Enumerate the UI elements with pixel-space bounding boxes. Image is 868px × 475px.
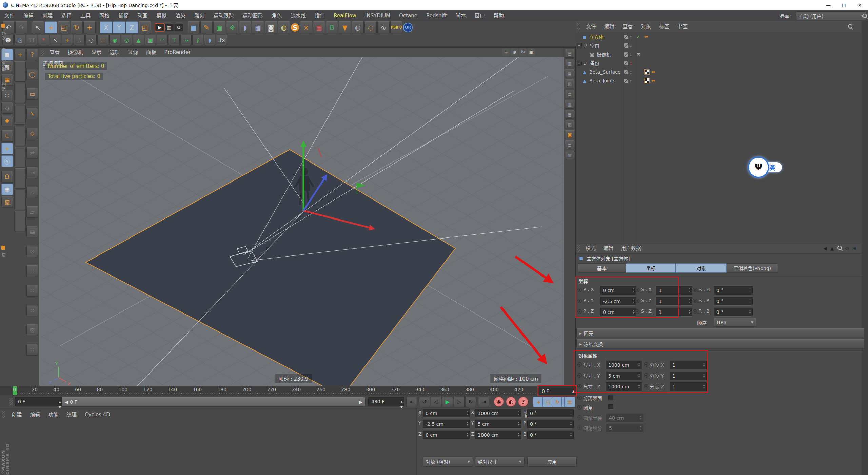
layout-icon[interactable]: ▧: [565, 79, 574, 88]
material-menu-item[interactable]: 功能: [44, 410, 62, 420]
viewport-menu-item[interactable]: 摄像机: [64, 48, 87, 57]
psr-badge[interactable]: PSR 0: [390, 21, 402, 33]
polygons-mode-icon[interactable]: ◆: [1, 115, 13, 126]
redo-icon[interactable]: ↷: [15, 21, 27, 33]
object-name[interactable]: Beta_Surface: [589, 69, 621, 75]
scrub-right-arrow[interactable]: ▶: [359, 399, 362, 405]
sphere-tool-icon[interactable]: ⊘: [26, 246, 38, 257]
menu-item[interactable]: 网格: [95, 10, 114, 21]
visibility-toggles[interactable]: :: [624, 34, 632, 39]
key-radio[interactable]: [693, 288, 697, 292]
zoom-view-icon[interactable]: ⊕: [511, 48, 518, 56]
menu-item[interactable]: 编辑: [19, 10, 38, 21]
manager-tab-icon[interactable]: [1, 246, 5, 250]
value-field[interactable]: 0 cm: [600, 308, 636, 317]
key-radio[interactable]: [578, 384, 581, 388]
grid-points-icon[interactable]: ∷: [97, 35, 108, 45]
drag-handle[interactable]: [577, 245, 580, 252]
value-field[interactable]: 0 °: [714, 308, 753, 317]
object-row[interactable]: − 空白 :: [576, 41, 861, 50]
material-menu-item[interactable]: Cycles 4D: [81, 410, 114, 420]
new-panel-icon[interactable]: ⊞: [852, 246, 856, 251]
object-row[interactable]: 摄像机 :: [576, 50, 861, 59]
viewport-menu-item[interactable]: 显示: [87, 48, 105, 57]
visibility-toggles[interactable]: :: [624, 43, 632, 48]
lock-x-icon[interactable]: X: [100, 21, 112, 33]
maximize-button[interactable]: □: [836, 0, 852, 10]
scale-icon[interactable]: ◱: [58, 21, 70, 33]
material-menu-item[interactable]: 编辑: [26, 410, 44, 420]
palette-slot[interactable]: [14, 104, 26, 125]
visibility-dots[interactable]: :: [630, 70, 632, 75]
live-selection-icon[interactable]: ↖: [32, 21, 44, 33]
menu-item[interactable]: 动画: [133, 10, 152, 21]
object-manager-menu-item[interactable]: 查看: [618, 21, 637, 32]
snap-point-icon[interactable]: +: [62, 35, 73, 45]
menu-item[interactable]: 雕刻: [190, 10, 209, 21]
last-tool-icon[interactable]: +: [83, 21, 96, 33]
material-menu-item[interactable]: 纹理: [62, 410, 81, 420]
scale-b-icon[interactable]: ▱: [26, 206, 38, 218]
geodesic-icon[interactable]: ◍: [352, 21, 364, 33]
visibility-dots[interactable]: :: [630, 52, 632, 57]
value-field[interactable]: 0 °: [714, 286, 753, 295]
viewport-menu-item[interactable]: ProRender: [160, 48, 195, 57]
order-dropdown[interactable]: HPB▼: [714, 318, 756, 327]
key-radio[interactable]: [578, 299, 581, 303]
attribute-menu-item[interactable]: 编辑: [599, 243, 617, 253]
menu-item[interactable]: 捕捉: [114, 10, 133, 21]
value-field[interactable]: 1000 cm: [606, 361, 642, 369]
viewport-solo-icon[interactable]: ⌖: [1, 143, 13, 154]
cluster-icon[interactable]: ◉: [109, 35, 120, 45]
tab-object[interactable]: 对象: [676, 263, 727, 273]
subdivision-surface-icon[interactable]: ▣: [213, 21, 225, 33]
search-icon[interactable]: [837, 246, 842, 251]
layout-icon[interactable]: ▤: [565, 90, 574, 98]
spline-dots-icon[interactable]: ∴: [74, 35, 85, 45]
key-radio[interactable]: [693, 310, 697, 314]
menu-item[interactable]: 渲染: [171, 10, 190, 21]
expander[interactable]: [577, 79, 581, 83]
poly-select-icon[interactable]: ◇: [26, 128, 38, 139]
timeline-scrubber[interactable]: ◀ 0 F ▶: [62, 397, 366, 407]
xparticles-icon[interactable]: ×: [300, 21, 312, 33]
visibility-toggles[interactable]: :: [624, 52, 632, 57]
object-name[interactable]: Beta_Joints: [589, 78, 616, 83]
object-row[interactable]: Beta_Joints :: [576, 76, 861, 85]
light-icon[interactable]: ◍: [278, 21, 290, 33]
drag-handle[interactable]: [577, 23, 580, 30]
menu-item[interactable]: INSYDIUM: [361, 10, 395, 21]
key-radio[interactable]: [578, 363, 581, 366]
drag-handle[interactable]: [41, 49, 44, 56]
object-manager-menu-item[interactable]: 对象: [637, 21, 655, 32]
value-field[interactable]: 1: [670, 382, 707, 391]
pyramid-icon[interactable]: ▲: [133, 35, 144, 45]
camera-icon[interactable]: ◙: [265, 21, 277, 33]
visibility-dots[interactable]: :: [630, 78, 632, 83]
viewport-3d-scene[interactable]: Y X Z: [39, 57, 564, 386]
bodypaint-icon[interactable]: B: [326, 21, 338, 33]
visibility-toggles[interactable]: :: [624, 78, 632, 83]
minimize-button[interactable]: —: [821, 0, 836, 10]
menu-item[interactable]: 运动跟踪: [209, 10, 238, 21]
object-manager-menu-item[interactable]: 文件: [582, 21, 600, 32]
value-field[interactable]: -2.5 cm: [423, 420, 470, 429]
corner-grip[interactable]: [1, 470, 5, 474]
tag-icon[interactable]: [644, 35, 648, 38]
expander[interactable]: −: [577, 43, 582, 48]
vertical-tab[interactable]: 构造: [1, 82, 6, 92]
key-radio[interactable]: [644, 384, 648, 388]
spline-pen-icon[interactable]: ✎: [200, 21, 213, 33]
tab-basic[interactable]: 基本: [578, 263, 626, 273]
value-field[interactable]: 1: [656, 286, 692, 295]
value-field[interactable]: 0 °: [714, 297, 753, 306]
coord-system-icon[interactable]: ◰: [139, 21, 151, 33]
menu-item[interactable]: 模拟: [152, 10, 171, 21]
object-manager-menu-item[interactable]: 书签: [673, 21, 692, 32]
layout-icon[interactable]: ▦: [565, 69, 574, 78]
drag-handle[interactable]: [2, 411, 5, 418]
quick-render-icon[interactable]: QR: [403, 23, 413, 32]
interface-dropdown[interactable]: 启动 (用户)▼: [796, 11, 867, 20]
layout-icon[interactable]: ◙: [565, 130, 574, 139]
vertical-tab[interactable]: 内容浏览器: [1, 48, 6, 71]
